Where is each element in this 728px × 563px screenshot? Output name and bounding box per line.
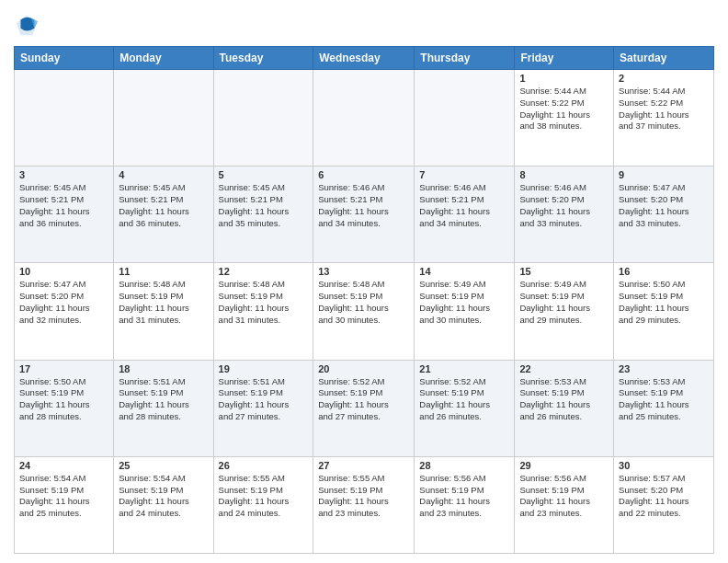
weekday-header-row: SundayMondayTuesdayWednesdayThursdayFrid… bbox=[15, 47, 714, 70]
day-number: 11 bbox=[119, 266, 208, 277]
day-number: 16 bbox=[619, 266, 709, 277]
day-number: 9 bbox=[619, 169, 709, 180]
calendar-table: SundayMondayTuesdayWednesdayThursdayFrid… bbox=[14, 46, 714, 554]
calendar-cell: 5Sunrise: 5:45 AMSunset: 5:21 PMDaylight… bbox=[213, 167, 313, 263]
day-info: Sunrise: 5:56 AMSunset: 5:19 PMDaylight:… bbox=[419, 473, 509, 520]
weekday-header-monday: Monday bbox=[114, 47, 213, 70]
weekday-header-thursday: Thursday bbox=[415, 47, 515, 70]
calendar-cell bbox=[15, 70, 114, 167]
day-info: Sunrise: 5:56 AMSunset: 5:19 PMDaylight:… bbox=[519, 473, 609, 520]
day-info: Sunrise: 5:54 AMSunset: 5:19 PMDaylight:… bbox=[119, 473, 208, 520]
day-number: 8 bbox=[519, 169, 609, 180]
weekday-header-tuesday: Tuesday bbox=[213, 47, 313, 70]
day-number: 15 bbox=[519, 266, 609, 277]
calendar-week-5: 24Sunrise: 5:54 AMSunset: 5:19 PMDayligh… bbox=[15, 456, 714, 553]
calendar-cell: 6Sunrise: 5:46 AMSunset: 5:21 PMDaylight… bbox=[313, 167, 415, 263]
day-number: 22 bbox=[519, 363, 609, 374]
calendar-cell: 18Sunrise: 5:51 AMSunset: 5:19 PMDayligh… bbox=[114, 360, 213, 456]
day-info: Sunrise: 5:44 AMSunset: 5:22 PMDaylight:… bbox=[619, 86, 709, 132]
calendar-cell: 16Sunrise: 5:50 AMSunset: 5:19 PMDayligh… bbox=[614, 263, 714, 360]
calendar-cell bbox=[313, 70, 415, 167]
day-number: 30 bbox=[619, 460, 709, 471]
calendar-cell: 12Sunrise: 5:48 AMSunset: 5:19 PMDayligh… bbox=[213, 263, 313, 360]
calendar-week-3: 10Sunrise: 5:47 AMSunset: 5:20 PMDayligh… bbox=[15, 263, 714, 360]
day-info: Sunrise: 5:48 AMSunset: 5:19 PMDaylight:… bbox=[318, 279, 409, 326]
day-info: Sunrise: 5:52 AMSunset: 5:19 PMDaylight:… bbox=[419, 376, 509, 423]
weekday-header-wednesday: Wednesday bbox=[313, 47, 415, 70]
day-info: Sunrise: 5:47 AMSunset: 5:20 PMDaylight:… bbox=[19, 279, 108, 326]
day-number: 26 bbox=[219, 460, 309, 471]
day-number: 2 bbox=[619, 73, 709, 84]
weekday-header-friday: Friday bbox=[515, 47, 614, 70]
calendar-cell: 14Sunrise: 5:49 AMSunset: 5:19 PMDayligh… bbox=[415, 263, 515, 360]
calendar-cell: 24Sunrise: 5:54 AMSunset: 5:19 PMDayligh… bbox=[15, 456, 114, 553]
day-number: 18 bbox=[119, 363, 208, 374]
day-number: 23 bbox=[619, 363, 709, 374]
calendar-cell: 9Sunrise: 5:47 AMSunset: 5:20 PMDaylight… bbox=[614, 167, 714, 263]
calendar-cell: 4Sunrise: 5:45 AMSunset: 5:21 PMDaylight… bbox=[114, 167, 213, 263]
logo-icon bbox=[14, 13, 40, 39]
day-info: Sunrise: 5:50 AMSunset: 5:19 PMDaylight:… bbox=[19, 376, 108, 423]
day-number: 20 bbox=[318, 363, 409, 374]
calendar-cell bbox=[213, 70, 313, 167]
day-number: 25 bbox=[119, 460, 208, 471]
calendar-week-2: 3Sunrise: 5:45 AMSunset: 5:21 PMDaylight… bbox=[15, 167, 714, 263]
day-number: 14 bbox=[419, 266, 509, 277]
day-info: Sunrise: 5:44 AMSunset: 5:22 PMDaylight:… bbox=[519, 86, 609, 132]
day-number: 27 bbox=[318, 460, 409, 471]
day-info: Sunrise: 5:45 AMSunset: 5:21 PMDaylight:… bbox=[19, 182, 108, 229]
day-info: Sunrise: 5:51 AMSunset: 5:19 PMDaylight:… bbox=[119, 376, 208, 423]
day-info: Sunrise: 5:57 AMSunset: 5:20 PMDaylight:… bbox=[619, 473, 709, 520]
calendar-cell: 11Sunrise: 5:48 AMSunset: 5:19 PMDayligh… bbox=[114, 263, 213, 360]
day-info: Sunrise: 5:49 AMSunset: 5:19 PMDaylight:… bbox=[519, 279, 609, 326]
calendar-cell: 13Sunrise: 5:48 AMSunset: 5:19 PMDayligh… bbox=[313, 263, 415, 360]
day-number: 19 bbox=[219, 363, 309, 374]
day-info: Sunrise: 5:55 AMSunset: 5:19 PMDaylight:… bbox=[318, 473, 409, 520]
day-number: 28 bbox=[419, 460, 509, 471]
calendar-cell: 28Sunrise: 5:56 AMSunset: 5:19 PMDayligh… bbox=[415, 456, 515, 553]
day-info: Sunrise: 5:45 AMSunset: 5:21 PMDaylight:… bbox=[119, 182, 208, 229]
calendar-cell: 25Sunrise: 5:54 AMSunset: 5:19 PMDayligh… bbox=[114, 456, 213, 553]
calendar-cell: 19Sunrise: 5:51 AMSunset: 5:19 PMDayligh… bbox=[213, 360, 313, 456]
calendar-cell: 21Sunrise: 5:52 AMSunset: 5:19 PMDayligh… bbox=[415, 360, 515, 456]
day-info: Sunrise: 5:46 AMSunset: 5:21 PMDaylight:… bbox=[419, 182, 509, 229]
day-info: Sunrise: 5:49 AMSunset: 5:19 PMDaylight:… bbox=[419, 279, 509, 326]
calendar-cell: 17Sunrise: 5:50 AMSunset: 5:19 PMDayligh… bbox=[15, 360, 114, 456]
day-number: 3 bbox=[19, 169, 108, 180]
day-number: 4 bbox=[119, 169, 208, 180]
day-number: 12 bbox=[219, 266, 309, 277]
calendar-cell: 10Sunrise: 5:47 AMSunset: 5:20 PMDayligh… bbox=[15, 263, 114, 360]
day-info: Sunrise: 5:46 AMSunset: 5:20 PMDaylight:… bbox=[519, 182, 609, 229]
day-number: 6 bbox=[318, 169, 409, 180]
day-number: 7 bbox=[419, 169, 509, 180]
calendar-cell: 1Sunrise: 5:44 AMSunset: 5:22 PMDaylight… bbox=[515, 70, 614, 167]
calendar-cell bbox=[415, 70, 515, 167]
day-number: 24 bbox=[19, 460, 108, 471]
page: SundayMondayTuesdayWednesdayThursdayFrid… bbox=[0, 0, 728, 563]
calendar-cell: 3Sunrise: 5:45 AMSunset: 5:21 PMDaylight… bbox=[15, 167, 114, 263]
weekday-header-sunday: Sunday bbox=[15, 47, 114, 70]
day-info: Sunrise: 5:48 AMSunset: 5:19 PMDaylight:… bbox=[119, 279, 208, 326]
calendar-cell bbox=[114, 70, 213, 167]
calendar-cell: 7Sunrise: 5:46 AMSunset: 5:21 PMDaylight… bbox=[415, 167, 515, 263]
calendar-cell: 30Sunrise: 5:57 AMSunset: 5:20 PMDayligh… bbox=[614, 456, 714, 553]
header bbox=[14, 9, 714, 39]
day-number: 29 bbox=[519, 460, 609, 471]
day-number: 10 bbox=[19, 266, 108, 277]
day-info: Sunrise: 5:48 AMSunset: 5:19 PMDaylight:… bbox=[219, 279, 309, 326]
weekday-header-saturday: Saturday bbox=[614, 47, 714, 70]
day-info: Sunrise: 5:46 AMSunset: 5:21 PMDaylight:… bbox=[318, 182, 409, 229]
calendar-cell: 22Sunrise: 5:53 AMSunset: 5:19 PMDayligh… bbox=[515, 360, 614, 456]
calendar-cell: 15Sunrise: 5:49 AMSunset: 5:19 PMDayligh… bbox=[515, 263, 614, 360]
day-info: Sunrise: 5:45 AMSunset: 5:21 PMDaylight:… bbox=[219, 182, 309, 229]
day-number: 17 bbox=[19, 363, 108, 374]
calendar-cell: 2Sunrise: 5:44 AMSunset: 5:22 PMDaylight… bbox=[614, 70, 714, 167]
logo bbox=[14, 13, 43, 39]
day-number: 21 bbox=[419, 363, 509, 374]
day-info: Sunrise: 5:47 AMSunset: 5:20 PMDaylight:… bbox=[619, 182, 709, 229]
day-info: Sunrise: 5:54 AMSunset: 5:19 PMDaylight:… bbox=[19, 473, 108, 520]
calendar-cell: 26Sunrise: 5:55 AMSunset: 5:19 PMDayligh… bbox=[213, 456, 313, 553]
calendar-cell: 8Sunrise: 5:46 AMSunset: 5:20 PMDaylight… bbox=[515, 167, 614, 263]
calendar-cell: 27Sunrise: 5:55 AMSunset: 5:19 PMDayligh… bbox=[313, 456, 415, 553]
calendar-cell: 20Sunrise: 5:52 AMSunset: 5:19 PMDayligh… bbox=[313, 360, 415, 456]
